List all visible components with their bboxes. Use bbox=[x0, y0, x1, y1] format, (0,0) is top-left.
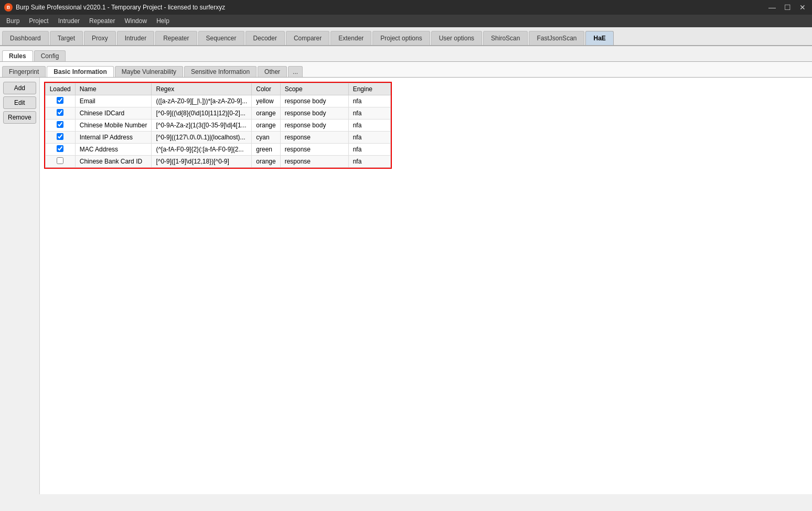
scope-cell: response body bbox=[280, 119, 348, 132]
col-name: Name bbox=[75, 83, 152, 95]
color-cell: green bbox=[252, 144, 280, 156]
tab-proxy[interactable]: Proxy bbox=[84, 31, 116, 45]
tab-more[interactable]: ... bbox=[288, 66, 303, 77]
tab-project-options[interactable]: Project options bbox=[372, 31, 430, 45]
menu-burp[interactable]: Burp bbox=[2, 16, 24, 26]
menu-bar: Burp Project Intruder Repeater Window He… bbox=[0, 15, 812, 27]
name-cell: Internal IP Address bbox=[75, 132, 152, 144]
loaded-cell[interactable] bbox=[45, 132, 75, 144]
tab-fastjsonscan[interactable]: FastJsonScan bbox=[529, 31, 584, 45]
tab-hae[interactable]: HaE bbox=[585, 31, 613, 45]
tab-basic-information[interactable]: Basic Information bbox=[47, 66, 113, 77]
col-engine: Engine bbox=[348, 83, 390, 95]
window-controls[interactable]: — ☐ ✕ bbox=[766, 3, 808, 12]
minimize-button[interactable]: — bbox=[766, 3, 778, 12]
color-cell: cyan bbox=[252, 132, 280, 144]
inner-tab-bar: Rules Config bbox=[0, 46, 812, 62]
col-loaded: Loaded bbox=[45, 83, 75, 95]
tab-other[interactable]: Other bbox=[258, 66, 287, 77]
main-tab-bar: Dashboard Target Proxy Intruder Repeater… bbox=[0, 27, 812, 46]
engine-cell: nfa bbox=[348, 119, 390, 132]
color-cell: orange bbox=[252, 107, 280, 119]
loaded-checkbox[interactable] bbox=[57, 121, 63, 128]
color-cell: orange bbox=[252, 156, 280, 168]
col-scope: Scope bbox=[280, 83, 348, 95]
tab-decoder[interactable]: Decoder bbox=[245, 31, 285, 45]
category-tab-bar: Fingerprint Basic Information Maybe Vuln… bbox=[0, 62, 812, 78]
app-logo: B bbox=[4, 3, 13, 12]
tab-comparer[interactable]: Comparer bbox=[286, 31, 329, 45]
table-header-row: Loaded Name Regex Color Scope Engine bbox=[45, 83, 390, 95]
regex-cell: [^0-9]([1-9]\d{12,18})[^0-9] bbox=[152, 156, 252, 168]
tab-rules[interactable]: Rules bbox=[2, 50, 33, 61]
tab-sequencer[interactable]: Sequencer bbox=[198, 31, 244, 45]
table-row[interactable]: Chinese Bank Card ID[^0-9]([1-9]\d{12,18… bbox=[45, 156, 390, 168]
regex-cell: (([a-zA-Z0-9][_|\.]))*[a-zA-Z0-9]... bbox=[152, 95, 252, 107]
tab-user-options[interactable]: User options bbox=[431, 31, 482, 45]
regex-cell: [^0-9A-Za-z](1(3([0-35-9]\d|4[1... bbox=[152, 119, 252, 132]
color-cell: orange bbox=[252, 119, 280, 132]
title-bar: B Burp Suite Professional v2020.1 - Temp… bbox=[0, 0, 812, 15]
regex-cell: [^0-9]((\d{8}(0\d|10|11|12)[0-2]... bbox=[152, 107, 252, 119]
name-cell: Email bbox=[75, 95, 152, 107]
name-cell: Chinese Bank Card ID bbox=[75, 156, 152, 168]
loaded-cell[interactable] bbox=[45, 95, 75, 107]
tab-fingerprint[interactable]: Fingerprint bbox=[2, 66, 46, 77]
maximize-button[interactable]: ☐ bbox=[782, 3, 793, 12]
menu-window[interactable]: Window bbox=[120, 16, 151, 26]
scope-cell: response bbox=[280, 156, 348, 168]
window-title: Burp Suite Professional v2020.1 - Tempor… bbox=[16, 4, 225, 11]
tab-target[interactable]: Target bbox=[50, 31, 83, 45]
tab-intruder[interactable]: Intruder bbox=[117, 31, 154, 45]
engine-cell: nfa bbox=[348, 132, 390, 144]
tab-dashboard[interactable]: Dashboard bbox=[2, 31, 49, 45]
tab-maybe-vulnerability[interactable]: Maybe Vulnerability bbox=[115, 66, 183, 77]
engine-cell: nfa bbox=[348, 156, 390, 168]
tab-repeater[interactable]: Repeater bbox=[155, 31, 197, 45]
table-row[interactable]: Chinese IDCard[^0-9]((\d{8}(0\d|10|11|12… bbox=[45, 107, 390, 119]
col-color: Color bbox=[252, 83, 280, 95]
regex-cell: (^[a-fA-F0-9]{2}(:[a-fA-F0-9]{2... bbox=[152, 144, 252, 156]
loaded-checkbox[interactable] bbox=[57, 109, 63, 116]
engine-cell: nfa bbox=[348, 107, 390, 119]
tab-sensitive-information[interactable]: Sensitive Information bbox=[184, 66, 257, 77]
table-row[interactable]: Chinese Mobile Number[^0-9A-Za-z](1(3([0… bbox=[45, 119, 390, 132]
loaded-checkbox[interactable] bbox=[57, 145, 63, 152]
scope-cell: response body bbox=[280, 95, 348, 107]
loaded-checkbox[interactable] bbox=[57, 133, 63, 140]
name-cell: Chinese Mobile Number bbox=[75, 119, 152, 132]
table-container: Loaded Name Regex Color Scope Engine Ema… bbox=[40, 78, 812, 494]
scope-cell: response bbox=[280, 144, 348, 156]
menu-project[interactable]: Project bbox=[25, 16, 52, 26]
action-buttons: Add Edit Remove bbox=[0, 78, 40, 494]
tab-extender[interactable]: Extender bbox=[330, 31, 371, 45]
table-row[interactable]: Internal IP Address[^0-9]((127\.0\.0\.1)… bbox=[45, 132, 390, 144]
name-cell: MAC Address bbox=[75, 144, 152, 156]
engine-cell: nfa bbox=[348, 95, 390, 107]
add-button[interactable]: Add bbox=[3, 82, 36, 94]
name-cell: Chinese IDCard bbox=[75, 107, 152, 119]
remove-button[interactable]: Remove bbox=[3, 111, 36, 124]
table-row[interactable]: MAC Address(^[a-fA-F0-9]{2}(:[a-fA-F0-9]… bbox=[45, 144, 390, 156]
loaded-cell[interactable] bbox=[45, 144, 75, 156]
close-button[interactable]: ✕ bbox=[797, 3, 808, 12]
menu-repeater[interactable]: Repeater bbox=[85, 16, 119, 26]
rules-table: Loaded Name Regex Color Scope Engine Ema… bbox=[45, 83, 391, 168]
edit-button[interactable]: Edit bbox=[3, 96, 36, 109]
color-cell: yellow bbox=[252, 95, 280, 107]
loaded-cell[interactable] bbox=[45, 156, 75, 168]
menu-intruder[interactable]: Intruder bbox=[54, 16, 84, 26]
rules-table-box: Loaded Name Regex Color Scope Engine Ema… bbox=[44, 82, 392, 169]
content-area: Rules Config Fingerprint Basic Informati… bbox=[0, 46, 812, 494]
table-row[interactable]: Email(([a-zA-Z0-9][_|\.]))*[a-zA-Z0-9]..… bbox=[45, 95, 390, 107]
loaded-cell[interactable] bbox=[45, 119, 75, 132]
loaded-cell[interactable] bbox=[45, 107, 75, 119]
loaded-checkbox[interactable] bbox=[57, 157, 63, 164]
scope-cell: response body bbox=[280, 107, 348, 119]
tab-config[interactable]: Config bbox=[34, 50, 66, 61]
table-area: Add Edit Remove Loaded Name Regex Color … bbox=[0, 78, 812, 494]
engine-cell: nfa bbox=[348, 144, 390, 156]
menu-help[interactable]: Help bbox=[152, 16, 174, 26]
loaded-checkbox[interactable] bbox=[57, 97, 63, 104]
tab-shiroscan[interactable]: ShiroScan bbox=[483, 31, 528, 45]
